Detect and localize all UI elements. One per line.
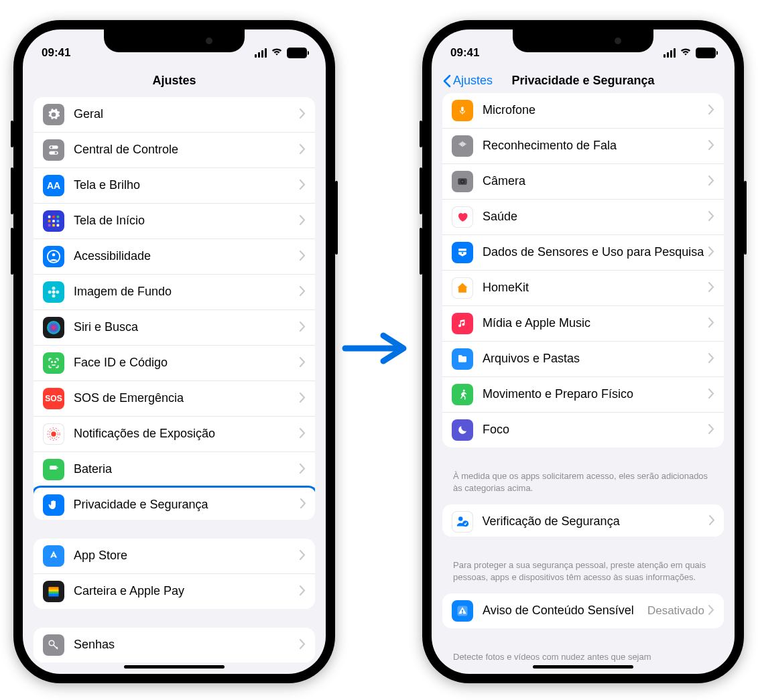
chevron-right-icon — [708, 353, 714, 366]
settings-group: App StoreCarteira e Apple Pay — [34, 539, 315, 609]
settings-row-camera[interactable]: Câmera — [442, 164, 724, 200]
settings-row-dados-sensores[interactable]: Dados de Sensores e Uso para Pesquisa — [442, 235, 724, 271]
settings-row-notif-exposicao[interactable]: Notificações de Exposição — [34, 417, 315, 452]
row-label: Privacidade e Segurança — [74, 498, 300, 512]
app-store-icon — [43, 545, 64, 567]
row-label: Tela de Início — [74, 214, 300, 228]
svg-point-19 — [56, 291, 59, 294]
settings-row-microfone[interactable]: Microfone — [442, 93, 724, 129]
row-label: Siri e Busca — [74, 320, 300, 335]
chevron-right-icon — [708, 389, 714, 401]
notif-exposicao-icon — [43, 423, 64, 445]
chevron-right-icon — [300, 639, 306, 652]
settings-row-saude[interactable]: Saúde — [442, 200, 724, 235]
settings-row-central-controle[interactable]: Central de Controle — [34, 133, 315, 168]
senhas-icon — [43, 634, 64, 656]
settings-row-imagem-fundo[interactable]: Imagem de Fundo — [34, 275, 315, 310]
settings-row-arquivos[interactable]: Arquivos e Pastas — [442, 342, 724, 377]
svg-rect-43 — [462, 610, 463, 612]
row-label: Notificações de Exposição — [74, 427, 300, 441]
home-indicator[interactable] — [124, 665, 225, 669]
notch — [513, 29, 653, 52]
chevron-right-icon — [708, 318, 714, 330]
row-label: SOS de Emergência — [74, 391, 300, 406]
row-detail: Desativado — [647, 604, 704, 618]
svg-point-15 — [52, 291, 56, 294]
settings-row-acessibilidade[interactable]: Acessibilidade — [34, 239, 315, 275]
settings-row-siri-busca[interactable]: Siri e Busca — [34, 310, 315, 346]
battery-icon — [696, 48, 716, 58]
settings-row-tela-inicio[interactable]: Tela de Início — [34, 204, 315, 239]
navbar-title: Privacidade e Segurança — [511, 74, 654, 87]
chevron-right-icon — [708, 176, 714, 188]
central-controle-icon — [43, 139, 64, 161]
settings-group: Aviso de Conteúdo SensívelDesativado — [442, 593, 724, 628]
chevron-right-icon — [708, 282, 714, 295]
battery-icon — [287, 48, 307, 58]
wifi-icon — [271, 46, 283, 60]
chevron-right-icon — [708, 605, 714, 618]
chevron-right-icon — [300, 393, 306, 405]
settings-row-privacidade[interactable]: Privacidade e Segurança — [34, 486, 315, 520]
settings-row-foco[interactable]: Foco — [442, 413, 724, 447]
chevron-right-icon — [300, 550, 306, 563]
settings-row-app-store[interactable]: App Store — [34, 539, 315, 574]
settings-row-carteira[interactable]: Carteira e Apple Pay — [34, 574, 315, 609]
svg-rect-9 — [57, 220, 60, 222]
settings-row-geral[interactable]: Geral — [34, 97, 315, 133]
bateria-icon — [43, 459, 64, 480]
chevron-right-icon — [708, 104, 714, 117]
settings-row-homekit[interactable]: HomeKit — [442, 271, 724, 306]
settings-group: MicrofoneReconhecimento de FalaCâmeraSaú… — [442, 93, 724, 447]
chevron-right-icon — [300, 357, 306, 370]
svg-rect-12 — [57, 224, 60, 227]
row-label: Foco — [483, 423, 708, 437]
navbar-title: Ajustes — [23, 67, 326, 97]
chevron-right-icon — [300, 109, 306, 121]
settings-row-midia-music[interactable]: Mídia e Apple Music — [442, 306, 724, 342]
reconhecimento-fala-icon — [452, 135, 473, 157]
settings-row-senhas[interactable]: Senhas — [34, 628, 315, 662]
row-label: App Store — [74, 549, 300, 563]
home-indicator[interactable] — [533, 665, 633, 669]
group-footer: Detecte fotos e vídeos com nudez antes q… — [442, 647, 724, 664]
svg-point-38 — [462, 253, 464, 255]
cellular-icon — [664, 48, 676, 58]
svg-point-17 — [52, 294, 56, 297]
settings-row-verificacao-seguranca[interactable]: Verificação de Segurança — [442, 504, 724, 537]
settings-row-tela-brilho[interactable]: AATela e Brilho — [34, 168, 315, 204]
svg-rect-26 — [50, 466, 57, 470]
chevron-right-icon — [708, 211, 714, 224]
camera-icon — [452, 171, 473, 192]
group-footer: Para proteger a sua segurança pessoal, p… — [442, 555, 724, 593]
back-button[interactable]: Ajustes — [442, 74, 493, 88]
row-label: HomeKit — [483, 281, 708, 295]
tela-brilho-icon: AA — [43, 175, 64, 196]
chevron-right-icon — [300, 464, 306, 476]
settings-row-aviso-conteudo[interactable]: Aviso de Conteúdo SensívelDesativado — [442, 593, 724, 628]
row-label: Central de Controle — [74, 143, 300, 157]
chevron-right-icon — [300, 144, 306, 157]
tela-inicio-icon — [43, 210, 64, 232]
acessibilidade-icon — [43, 246, 64, 267]
midia-music-icon — [452, 313, 473, 334]
svg-rect-10 — [48, 224, 51, 227]
settings-row-reconhecimento-fala[interactable]: Reconhecimento de Fala — [442, 129, 724, 164]
settings-row-face-id[interactable]: Face ID e Código — [34, 346, 315, 381]
row-label: Reconhecimento de Fala — [483, 139, 708, 153]
status-time: 09:41 — [42, 46, 70, 60]
chevron-right-icon — [708, 424, 714, 437]
settings-row-sos[interactable]: SOSSOS de Emergência — [34, 381, 315, 417]
settings-group: Verificação de Segurança — [442, 504, 724, 537]
settings-row-movimento[interactable]: Movimento e Preparo Físico — [442, 377, 724, 413]
svg-rect-5 — [52, 216, 55, 218]
sos-icon: SOS — [43, 388, 64, 409]
arquivos-icon — [452, 348, 473, 370]
phone-left: 09:41 Ajustes GeralCentral de ControleAA… — [13, 20, 335, 683]
privacidade-icon — [43, 494, 64, 516]
svg-rect-31 — [49, 593, 59, 596]
notch — [104, 29, 245, 52]
svg-point-23 — [51, 431, 56, 436]
svg-point-18 — [48, 291, 52, 294]
settings-row-bateria[interactable]: Bateria — [34, 452, 315, 488]
